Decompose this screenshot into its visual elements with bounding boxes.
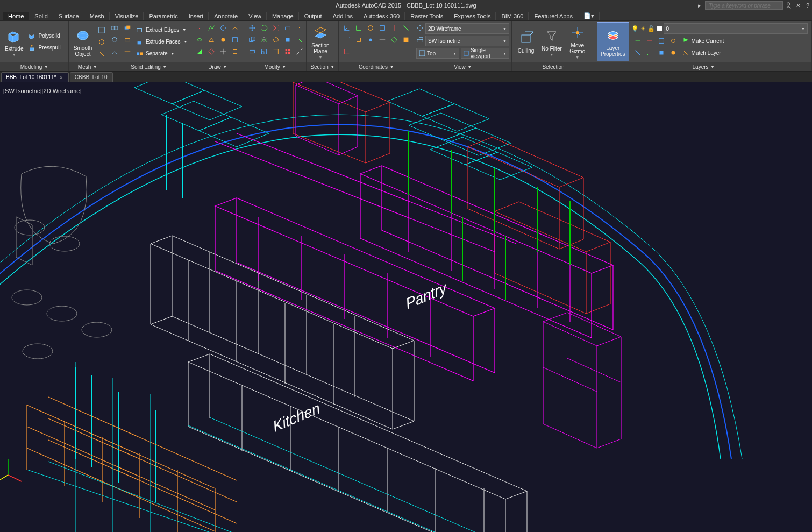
menu-visualize[interactable]: Visualize [110, 12, 144, 20]
l-icon-3[interactable] [655, 35, 668, 47]
m-icon-9[interactable] [281, 34, 294, 46]
nofilter-button[interactable]: No Filter ▼ [538, 22, 565, 61]
se-icon-4[interactable] [121, 34, 134, 46]
chevron-right-icon[interactable]: ▸ [695, 1, 704, 10]
help-icon[interactable]: ? [803, 1, 812, 10]
se-icon-3[interactable] [108, 34, 121, 46]
m-icon-13[interactable] [269, 46, 282, 58]
l-icon-5[interactable] [631, 47, 644, 59]
drawing-viewport[interactable]: [SW Isometric][2D Wireframe] [0, 82, 812, 532]
rotate-icon[interactable] [258, 22, 270, 34]
file-tab-1[interactable]: CBBB_Lot 10 [70, 72, 113, 82]
menu-manage[interactable]: Manage [267, 12, 299, 20]
d-icon-7[interactable] [217, 34, 230, 46]
c-icon-13[interactable] [340, 46, 353, 58]
layer-dropdown[interactable]: 0▼ [664, 23, 808, 34]
polysolid-button[interactable]: Polysolid [26, 30, 62, 42]
exchange-icon[interactable]: ✕ [794, 1, 802, 10]
l-icon-8[interactable] [667, 47, 680, 59]
copy-icon[interactable] [246, 34, 259, 46]
d-icon-10[interactable] [205, 46, 218, 58]
d-icon-11[interactable] [217, 46, 230, 58]
panel-title-mesh[interactable]: Mesh▼ [69, 62, 106, 71]
layer-color-swatch[interactable] [657, 26, 662, 31]
smooth-object-button[interactable]: Smooth Object [70, 22, 95, 61]
m-icon-5[interactable] [293, 22, 306, 34]
menu-featuredapps[interactable]: Featured Apps [529, 12, 578, 20]
movegizmo-button[interactable]: Move Gizmo ▼ [565, 22, 590, 61]
menu-parametric[interactable]: Parametric [144, 12, 183, 20]
panel-title-modify[interactable]: Modify▼ [244, 62, 306, 71]
menu-solid[interactable]: Solid [29, 12, 53, 20]
menu-insert[interactable]: Insert [183, 12, 209, 20]
se-icon-5[interactable] [108, 46, 121, 58]
culling-button[interactable]: Culling [514, 22, 538, 61]
extrude-button[interactable]: Extrude ▼ [2, 22, 26, 61]
c-icon-12[interactable] [400, 34, 412, 46]
l-icon-4[interactable] [667, 35, 680, 47]
panel-title-layers[interactable]: Layers▼ [595, 62, 811, 71]
scale-icon[interactable] [258, 46, 270, 58]
c-icon-1[interactable] [340, 22, 353, 34]
menu-mesh[interactable]: Mesh [84, 12, 110, 20]
panel-title-section[interactable]: Section▼ [307, 62, 338, 71]
m-icon-8[interactable] [269, 34, 282, 46]
c-icon-7[interactable] [340, 34, 353, 46]
c-icon-5[interactable] [388, 22, 401, 34]
d-icon-9[interactable] [193, 46, 206, 58]
l-icon-7[interactable] [655, 47, 668, 59]
m-icon-15[interactable] [293, 46, 306, 58]
move-icon[interactable] [246, 22, 259, 34]
extract-edges-button[interactable]: Extract Edges▼ [134, 24, 189, 36]
c-icon-11[interactable] [388, 34, 401, 46]
d-icon-8[interactable] [229, 34, 241, 46]
help-search-input[interactable] [705, 1, 783, 10]
panel-title-selection[interactable]: Selection [512, 62, 595, 71]
panel-title-modeling[interactable]: Modeling▼ [0, 62, 68, 71]
pline-icon[interactable] [205, 22, 218, 34]
d-icon-6[interactable] [205, 34, 218, 46]
bulb-on-icon[interactable]: 💡 [631, 25, 639, 32]
sun-icon[interactable]: ☀ [640, 25, 646, 32]
se-icon-6[interactable] [121, 46, 134, 58]
separate-button[interactable]: Separate▼ [134, 48, 189, 60]
d-icon-12[interactable] [229, 46, 241, 58]
c-icon-2[interactable] [352, 22, 365, 34]
lock-open-icon[interactable]: 🔓 [647, 25, 655, 32]
section-plane-button[interactable]: Section Plane ▼ [308, 22, 333, 61]
panel-title-solidediting[interactable]: Solid Editing▼ [106, 62, 191, 71]
visual-style-dropdown[interactable]: 2D Wireframe▼ [425, 23, 509, 34]
d-icon-5[interactable] [193, 34, 206, 46]
viewport-label[interactable]: [SW Isometric][2D Wireframe] [3, 88, 81, 94]
se-icon-2[interactable] [121, 22, 134, 34]
menu-autodesk360[interactable]: Autodesk 360 [358, 12, 405, 20]
layer-properties-button[interactable]: Layer Properties [597, 22, 629, 61]
menu-addins[interactable]: Add-ins [327, 12, 358, 20]
l-icon-1[interactable] [631, 35, 644, 47]
menu-rastertools[interactable]: Raster Tools [405, 12, 448, 20]
se-icon-1[interactable] [108, 22, 121, 34]
arc-icon[interactable] [229, 22, 241, 34]
make-current-button[interactable]: Make Current [680, 35, 726, 47]
menu-more[interactable]: 📄▾ [578, 12, 600, 20]
menu-bim360[interactable]: BIM 360 [496, 12, 529, 20]
menu-view[interactable]: View [243, 12, 267, 20]
panel-title-view[interactable]: View▼ [414, 62, 511, 71]
menu-home[interactable]: Home [3, 12, 29, 20]
m-icon-10[interactable] [293, 34, 306, 46]
presspull-button[interactable]: Presspull [26, 42, 62, 54]
top-dropdown[interactable]: Top▼ [416, 48, 459, 59]
menu-expresstools[interactable]: Express Tools [448, 12, 496, 20]
l-icon-2[interactable] [643, 35, 656, 47]
m-icon-4[interactable] [281, 22, 294, 34]
close-icon[interactable]: × [59, 74, 62, 81]
menu-output[interactable]: Output [299, 12, 327, 20]
circle-icon[interactable] [217, 22, 230, 34]
panel-title-coordinates[interactable]: Coordinates▼ [339, 62, 414, 71]
m-icon-3[interactable] [269, 22, 282, 34]
c-icon-8[interactable] [352, 34, 365, 46]
viewport-dropdown[interactable]: Single viewport▼ [461, 48, 509, 59]
stretch-icon[interactable] [246, 46, 259, 58]
view-dropdown[interactable]: SW Isometric▼ [425, 36, 509, 46]
panel-title-draw[interactable]: Draw▼ [191, 62, 244, 71]
